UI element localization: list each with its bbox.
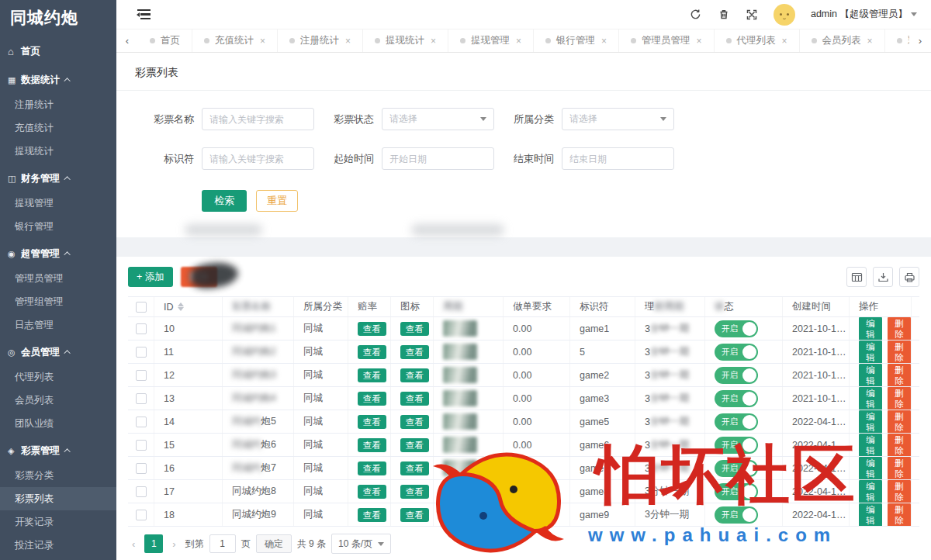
edit-button[interactable]: 编辑 [859,480,882,503]
tabs-scroll-left[interactable]: ‹ [116,29,138,52]
edit-button[interactable]: 编辑 [859,434,882,456]
admin-dropdown[interactable]: admin 【超级管理员】 [811,8,917,21]
view-odds-button[interactable]: 查看 [358,345,386,359]
sidebar-item[interactable]: 数据统计 [0,67,116,93]
menu-fold-icon[interactable] [137,9,151,20]
edit-button[interactable]: 编辑 [859,340,882,363]
delete-button[interactable]: 删除 [888,364,911,386]
sidebar-item[interactable]: 团队业绩 [0,412,116,435]
add-button[interactable]: + 添加 [128,267,173,287]
sidebar-item[interactable]: 彩票分类 [0,464,116,487]
sidebar-item[interactable]: 会员列表 [0,389,116,412]
edit-button[interactable]: 编辑 [859,503,882,526]
status-toggle[interactable]: 开启 [715,344,758,361]
tab-close-icon[interactable]: × [697,36,702,47]
goto-page-input[interactable] [209,534,236,553]
tab-close-icon[interactable]: × [345,36,351,47]
tab[interactable]: 会员列表 × [800,29,885,52]
view-icon-button[interactable]: 查看 [400,438,429,452]
edit-button[interactable]: 编辑 [859,364,882,386]
sidebar-item[interactable]: 管理组管理 [0,290,116,313]
goto-confirm-button[interactable]: 确定 [256,534,292,553]
tab[interactable]: 管理员管理 × [619,29,715,52]
row-checkbox[interactable] [136,347,147,358]
status-toggle[interactable]: 开启 [715,413,758,430]
row-checkbox[interactable] [136,417,147,427]
view-odds-button[interactable]: 查看 [358,368,386,382]
sidebar-item[interactable]: 投注记录 [0,534,116,557]
delete-button[interactable]: 删除 [888,340,911,363]
identifier-input[interactable] [202,147,314,170]
tab[interactable]: 银行管理 × [534,29,619,52]
trash-icon[interactable] [718,9,730,21]
view-odds-button[interactable]: 查看 [358,508,386,522]
tab[interactable]: 提现统计 × [363,29,448,52]
status-toggle[interactable]: 开启 [715,390,758,407]
delete-button[interactable]: 删除 [888,457,911,479]
view-icon-button[interactable]: 查看 [400,461,429,475]
view-icon-button[interactable]: 查看 [400,345,429,359]
status-toggle[interactable]: 开启 [715,320,758,337]
delete-button[interactable]: 删除 [888,410,911,433]
tab[interactable]: 首页 × [138,29,192,52]
view-odds-button[interactable]: 查看 [358,461,386,475]
status-toggle[interactable]: 开启 [715,437,758,454]
view-odds-button[interactable]: 查看 [358,438,386,452]
delete-button[interactable]: 删除 [888,480,911,503]
delete-button[interactable]: 删除 [888,317,911,340]
delete-button[interactable]: 删除 [888,434,911,456]
view-odds-button[interactable]: 查看 [358,392,386,406]
columns-icon[interactable] [846,267,867,287]
sidebar-item[interactable]: 注册统计 [0,93,116,116]
edit-button[interactable]: 编辑 [859,387,882,410]
status-toggle[interactable]: 开启 [715,506,758,524]
sidebar-item[interactable]: 超管管理 [0,240,116,267]
view-icon-button[interactable]: 查看 [400,508,429,522]
view-icon-button[interactable]: 查看 [400,322,429,336]
sidebar-item[interactable]: 会员管理 [0,339,116,365]
tab[interactable]: 代理列表 × [715,29,800,52]
view-odds-button[interactable]: 查看 [358,415,386,429]
lottery-name-input[interactable] [202,108,314,130]
row-checkbox[interactable] [136,370,147,381]
tab-close-icon[interactable]: × [260,36,265,47]
view-odds-button[interactable]: 查看 [358,485,386,499]
sidebar-item[interactable]: 提现统计 [0,140,116,163]
end-date-input[interactable] [562,147,674,170]
tab[interactable]: 充值统计 × [192,29,278,52]
tab-close-icon[interactable]: × [516,36,521,47]
fullscreen-icon[interactable] [746,9,758,21]
row-checkbox[interactable] [136,510,147,520]
delete-button[interactable]: 删除 [888,387,911,410]
tab[interactable]: 注册统计 × [278,29,363,52]
row-checkbox[interactable] [136,393,147,404]
status-toggle[interactable]: 开启 [715,367,758,384]
view-odds-button[interactable]: 查看 [358,322,386,336]
sidebar-item[interactable]: 开奖记录 [0,510,116,534]
view-icon-button[interactable]: 查看 [400,392,429,406]
edit-button[interactable]: 编辑 [859,317,882,340]
per-page-select[interactable]: 10 条/页 [331,534,391,554]
prev-page-icon[interactable]: ‹ [128,538,139,550]
category-select[interactable]: 请选择 [562,108,674,130]
tab-close-icon[interactable]: × [431,36,436,47]
sidebar-item[interactable]: 代理列表 [0,365,116,389]
tab-close-icon[interactable]: × [867,36,873,47]
row-checkbox[interactable] [136,463,147,474]
start-date-input[interactable] [382,147,494,170]
next-page-icon[interactable]: › [168,538,179,550]
sidebar-item[interactable]: 彩票管理 [0,437,116,464]
sort-icon[interactable] [178,302,184,311]
edit-button[interactable]: 编辑 [859,410,882,433]
status-toggle[interactable]: 开启 [715,483,758,500]
download-icon[interactable] [873,267,893,287]
row-checkbox[interactable] [136,323,147,334]
tab[interactable]: 提现管理 × [448,29,534,52]
sidebar-item[interactable]: 日志管理 [0,313,116,337]
tab-close-icon[interactable]: × [601,36,607,47]
view-icon-button[interactable]: 查看 [400,368,429,382]
edit-button[interactable]: 编辑 [859,457,882,479]
page-number[interactable]: 1 [144,534,163,553]
tabs-scroll-right[interactable]: › [909,29,931,52]
reset-button[interactable]: 重置 [256,190,298,212]
